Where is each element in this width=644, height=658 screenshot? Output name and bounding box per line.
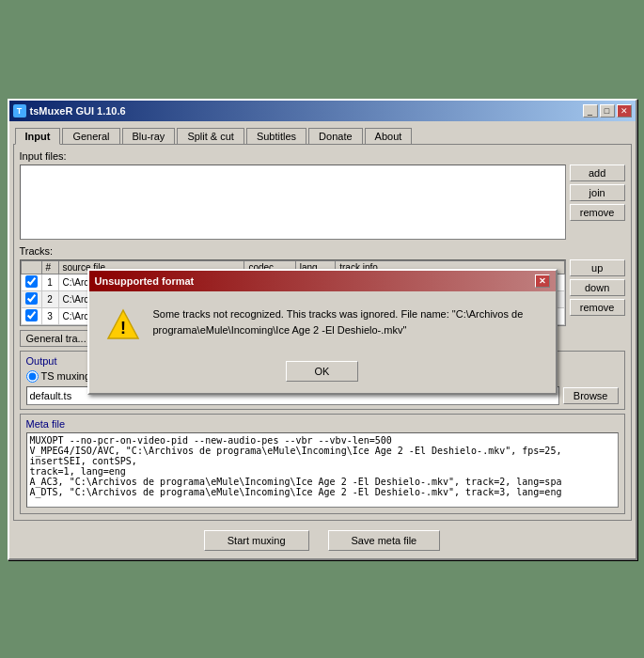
tab-input-content: Input files: add join remove Tracks:: [13, 144, 632, 521]
tab-bluray[interactable]: Blu-ray: [122, 128, 176, 145]
title-bar: T tsMuxeR GUI 1.10.6 _ □ ✕: [9, 101, 636, 121]
dialog-message: Some tracks not recognized. This tracks …: [153, 306, 541, 337]
svg-text:!: !: [120, 319, 126, 337]
dialog-title-bar: Unsupported format ✕: [89, 271, 556, 291]
window-title: tsMuxeR GUI 1.10.6: [30, 105, 126, 117]
unsupported-format-dialog: Unsupported format ✕ ! Some tracks not r…: [87, 269, 558, 395]
dialog-footer: OK: [89, 355, 556, 393]
dialog-close-button[interactable]: ✕: [535, 274, 550, 288]
tab-input[interactable]: Input: [15, 128, 61, 145]
tab-donate[interactable]: Donate: [308, 128, 362, 145]
tab-splitcut[interactable]: Split & cut: [177, 128, 244, 145]
tab-general[interactable]: General: [62, 128, 119, 145]
minimize-button[interactable]: _: [583, 104, 598, 118]
dialog-body: ! Some tracks not recognized. This track…: [89, 291, 556, 355]
dialog-ok-button[interactable]: OK: [286, 361, 359, 382]
title-bar-buttons: _ □ ✕: [583, 104, 632, 118]
tab-bar: Input General Blu-ray Split & cut Subtit…: [13, 125, 632, 144]
close-button[interactable]: ✕: [617, 104, 632, 118]
maximize-button[interactable]: □: [600, 104, 615, 118]
tab-about[interactable]: About: [365, 128, 413, 145]
title-bar-left: T tsMuxeR GUI 1.10.6: [13, 104, 126, 118]
dialog-title-text: Unsupported format: [95, 275, 195, 287]
save-meta-file-button[interactable]: Save meta file: [328, 530, 441, 551]
warning-icon-container: !: [104, 306, 142, 344]
window-content: Input General Blu-ray Split & cut Subtit…: [9, 121, 636, 558]
dialog-overlay: Unsupported format ✕ ! Some tracks not r…: [14, 145, 631, 520]
start-muxing-button[interactable]: Start muxing: [204, 530, 309, 551]
tab-subtitles[interactable]: Subtitles: [246, 128, 306, 145]
warning-icon: !: [106, 308, 140, 342]
bottom-buttons: Start muxing Save meta file: [13, 526, 632, 555]
main-window: T tsMuxeR GUI 1.10.6 _ □ ✕ Input General…: [8, 99, 637, 560]
app-icon: T: [13, 104, 26, 118]
